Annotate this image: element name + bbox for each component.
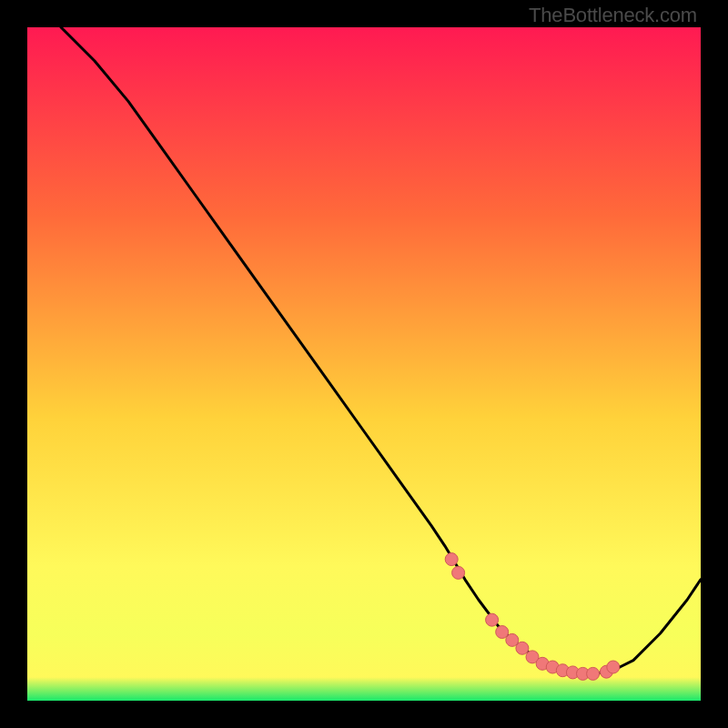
chart-frame [27, 27, 701, 701]
highlight-marker [607, 661, 620, 673]
highlight-marker [452, 566, 465, 579]
watermark-text: TheBottleneck.com [529, 4, 697, 27]
highlight-marker [445, 553, 458, 566]
highlight-marker [516, 642, 529, 654]
highlight-marker [486, 613, 499, 626]
gradient-background [27, 27, 701, 701]
highlight-marker [587, 667, 600, 680]
bottleneck-chart [27, 27, 701, 701]
